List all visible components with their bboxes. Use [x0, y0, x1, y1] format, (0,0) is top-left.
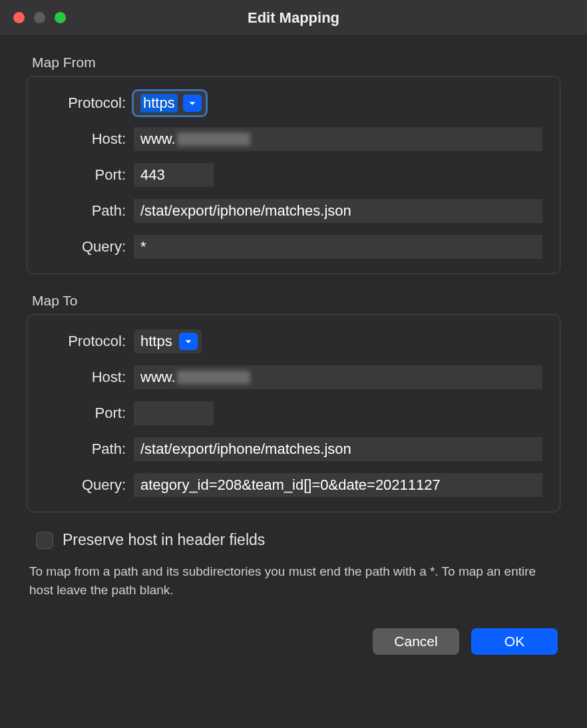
close-window-button[interactable]	[13, 12, 25, 23]
from-path-input[interactable]	[134, 199, 542, 223]
redacted-icon	[177, 371, 250, 384]
from-protocol-label: Protocol:	[37, 94, 134, 112]
map-to-group: Protocol: https Host: www. Port:	[27, 314, 560, 512]
from-path-row: Path:	[37, 199, 542, 223]
to-host-value: www.	[140, 369, 176, 386]
preserve-host-row: Preserve host in header fields	[27, 531, 560, 549]
to-protocol-value: https	[140, 333, 179, 350]
to-host-row: Host: www.	[37, 365, 542, 389]
from-path-label: Path:	[37, 202, 134, 220]
from-port-label: Port:	[37, 166, 134, 184]
map-to-legend: Map To	[32, 293, 560, 309]
preserve-host-label: Preserve host in header fields	[63, 531, 265, 549]
titlebar: Edit Mapping	[0, 0, 587, 36]
button-row: Cancel OK	[27, 628, 560, 655]
from-host-row: Host: www.	[37, 127, 542, 151]
chevron-down-icon	[183, 94, 202, 112]
from-port-input[interactable]	[134, 163, 214, 187]
window-title: Edit Mapping	[0, 9, 587, 27]
map-from-legend: Map From	[32, 55, 560, 71]
from-protocol-value: https	[140, 94, 178, 112]
from-query-input[interactable]	[134, 235, 542, 259]
dialog-content: Map From Protocol: https Host: www.	[0, 36, 587, 668]
to-protocol-label: Protocol:	[37, 333, 134, 350]
from-port-row: Port:	[37, 163, 542, 187]
to-port-label: Port:	[37, 405, 134, 422]
from-host-input[interactable]: www.	[134, 127, 542, 151]
preserve-host-checkbox[interactable]	[36, 532, 53, 549]
ok-button[interactable]: OK	[471, 628, 558, 655]
to-path-row: Path:	[37, 437, 542, 461]
zoom-window-button[interactable]	[55, 12, 66, 23]
from-query-row: Query:	[37, 235, 542, 259]
traffic-lights	[0, 12, 66, 23]
redacted-icon	[177, 132, 250, 146]
to-query-row: Query:	[37, 473, 542, 497]
from-host-value: www.	[140, 130, 176, 148]
to-port-input[interactable]	[134, 401, 214, 425]
to-protocol-select[interactable]: https	[134, 329, 202, 353]
map-from-group: Protocol: https Host: www. Port:	[27, 76, 560, 274]
to-query-label: Query:	[37, 476, 134, 494]
from-protocol-select[interactable]: https	[134, 91, 206, 115]
to-path-input[interactable]	[134, 437, 542, 461]
from-query-label: Query:	[37, 238, 134, 256]
from-protocol-row: Protocol: https	[37, 91, 542, 115]
chevron-down-icon	[179, 333, 198, 350]
help-text: To map from a path and its subdirectorie…	[27, 562, 560, 599]
to-host-input[interactable]: www.	[134, 365, 542, 389]
to-protocol-row: Protocol: https	[37, 329, 542, 353]
to-path-label: Path:	[37, 441, 134, 458]
to-query-input[interactable]	[134, 473, 542, 497]
to-host-label: Host:	[37, 369, 134, 386]
from-host-label: Host:	[37, 130, 134, 148]
to-port-row: Port:	[37, 401, 542, 425]
cancel-button[interactable]: Cancel	[373, 628, 459, 655]
minimize-window-button[interactable]	[34, 12, 45, 23]
